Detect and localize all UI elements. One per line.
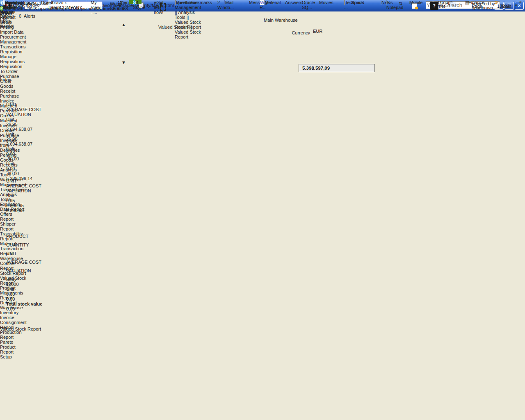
popup-close-button[interactable]: × (124, 1, 126, 6)
report-help-text: Valued Stock Report (143, 25, 217, 30)
scroll-down-icon[interactable]: ▼ (121, 60, 128, 65)
layout-app-icon[interactable] (450, 2, 456, 7)
refresh-icon[interactable]: ↻ (160, 3, 166, 11)
answers-menu[interactable]: Answers (285, 0, 302, 5)
report-tab-button[interactable]: Valued Stock Report (0, 326, 57, 336)
scroll-up-icon[interactable]: ▲ (121, 22, 128, 27)
question-app-icon[interactable]: ? (430, 2, 438, 10)
warehouse-select[interactable]: Main Warehouse (264, 18, 368, 23)
currency-select[interactable]: EUR (313, 29, 368, 34)
taskbar-button-ie-group[interactable]: e3 Intern... (48, 0, 64, 10)
openbravo-swirl-icon (494, 7, 497, 9)
taskbar-button-technical[interactable]: Technical ... (344, 0, 364, 10)
popup-body: Index Valued Stock Report Valued Stock R… (0, 0, 98, 345)
scrollbar-thumb[interactable] (121, 27, 128, 60)
movies-menu[interactable]: Movies (319, 0, 333, 5)
grand-total-value: 5.398.597,09 (299, 64, 375, 72)
tray-clock[interactable]: 4:13 PM (0, 11, 9, 21)
breadcrumb: Warehouse Management || Analysis Tools |… (175, 0, 201, 39)
tabs-overflow-chevron[interactable]: » (519, 0, 522, 4)
network-tray-icon[interactable] (4, 0, 5, 5)
antivirus-check-tray-icon[interactable]: ✓ (0, 6, 3, 11)
status-zoom-level[interactable]: 100% (497, 4, 509, 9)
report-highlight-box (0, 254, 98, 326)
taskbar-button-word[interactable]: WMaterial R... (260, 0, 281, 10)
popup-maximize-button[interactable]: ❐ (120, 1, 124, 6)
index-button[interactable]: Index (0, 77, 25, 86)
system-tray: ❮ ✓ 4:13 PM (0, 0, 9, 21)
edit-help-button[interactable] (0, 336, 19, 345)
taskbar-button-firefox[interactable]: My View - ... (91, 0, 100, 15)
sidebar-item[interactable]: Setup (0, 354, 27, 359)
taskbar-button-windows-group[interactable]: 2 Windo... (217, 0, 234, 10)
currency-label: Currency (277, 30, 310, 35)
powered-by-logo: powered by openbravo (468, 0, 518, 15)
taskbar-button-notepad-group[interactable]: 2 Notepad (386, 0, 404, 10)
panel-divider[interactable] (0, 86, 98, 254)
page-error-icon (412, 3, 417, 9)
taskbar-button-skype-group[interactable]: S4 Skype (133, 0, 146, 10)
taskbar-button-oracle[interactable]: Oracle SQ... (302, 0, 315, 10)
taskbar-button-openbravo[interactable]: openbrav... (175, 0, 198, 5)
